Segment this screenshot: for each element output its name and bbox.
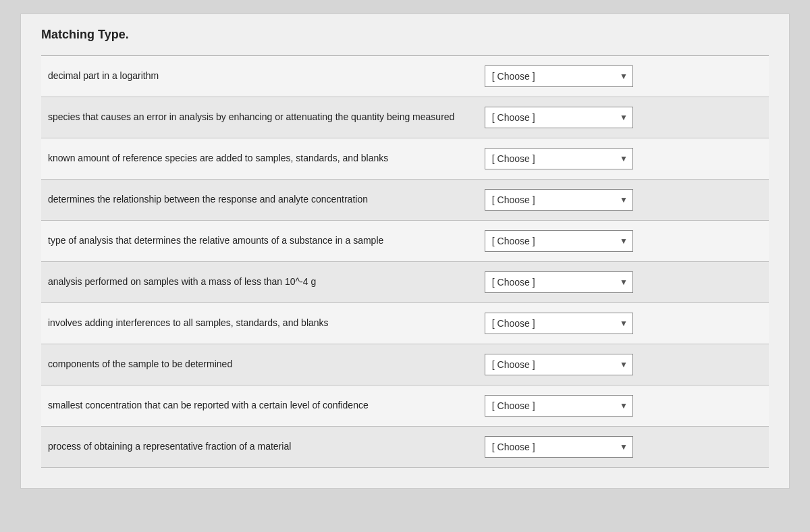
question-cell-10: process of obtaining a representative fr… [41, 427, 478, 468]
answer-cell-2: [ Choose ]▼ [478, 97, 769, 138]
question-cell-4: determines the relationship between the … [41, 180, 478, 221]
table-row: analysis performed on samples with a mas… [41, 262, 769, 303]
answer-select-6[interactable]: [ Choose ] [485, 271, 633, 293]
answer-cell-4: [ Choose ]▼ [478, 180, 769, 221]
select-wrapper-8: [ Choose ]▼ [485, 354, 633, 375]
select-wrapper-1: [ Choose ]▼ [485, 65, 633, 87]
select-wrapper-2: [ Choose ]▼ [485, 107, 633, 128]
answer-select-10[interactable]: [ Choose ] [485, 436, 633, 458]
page-container: Matching Type. decimal part in a logarit… [20, 14, 790, 489]
answer-cell-9: [ Choose ]▼ [478, 385, 769, 427]
table-row: type of analysis that determines the rel… [41, 221, 769, 262]
question-cell-7: involves adding interferences to all sam… [41, 303, 478, 344]
question-cell-8: components of the sample to be determine… [41, 344, 478, 385]
table-row: known amount of reference species are ad… [41, 138, 769, 180]
question-cell-6: analysis performed on samples with a mas… [41, 262, 478, 303]
table-row: decimal part in a logarithm[ Choose ]▼ [41, 56, 769, 97]
select-wrapper-4: [ Choose ]▼ [485, 189, 633, 211]
question-cell-1: decimal part in a logarithm [41, 56, 478, 97]
answer-cell-5: [ Choose ]▼ [478, 221, 769, 262]
answer-select-9[interactable]: [ Choose ] [485, 395, 633, 417]
answer-cell-8: [ Choose ]▼ [478, 344, 769, 385]
select-wrapper-3: [ Choose ]▼ [485, 148, 633, 169]
table-row: components of the sample to be determine… [41, 344, 769, 385]
question-cell-5: type of analysis that determines the rel… [41, 221, 478, 262]
table-row: process of obtaining a representative fr… [41, 427, 769, 468]
answer-select-2[interactable]: [ Choose ] [485, 107, 633, 128]
question-cell-3: known amount of reference species are ad… [41, 138, 478, 180]
table-row: involves adding interferences to all sam… [41, 303, 769, 344]
answer-select-8[interactable]: [ Choose ] [485, 354, 633, 375]
table-row: determines the relationship between the … [41, 180, 769, 221]
answer-select-4[interactable]: [ Choose ] [485, 189, 633, 211]
answer-cell-3: [ Choose ]▼ [478, 138, 769, 180]
question-cell-9: smallest concentration that can be repor… [41, 385, 478, 427]
answer-select-3[interactable]: [ Choose ] [485, 148, 633, 169]
answer-select-5[interactable]: [ Choose ] [485, 230, 633, 252]
question-cell-2: species that causes an error in analysis… [41, 97, 478, 138]
answer-cell-1: [ Choose ]▼ [478, 56, 769, 97]
select-wrapper-9: [ Choose ]▼ [485, 395, 633, 417]
table-row: smallest concentration that can be repor… [41, 385, 769, 427]
answer-cell-10: [ Choose ]▼ [478, 427, 769, 468]
select-wrapper-7: [ Choose ]▼ [485, 313, 633, 334]
answer-select-1[interactable]: [ Choose ] [485, 65, 633, 87]
select-wrapper-5: [ Choose ]▼ [485, 230, 633, 252]
answer-cell-7: [ Choose ]▼ [478, 303, 769, 344]
table-row: species that causes an error in analysis… [41, 97, 769, 138]
answer-select-7[interactable]: [ Choose ] [485, 313, 633, 334]
select-wrapper-6: [ Choose ]▼ [485, 271, 633, 293]
select-wrapper-10: [ Choose ]▼ [485, 436, 633, 458]
page-title: Matching Type. [41, 28, 769, 42]
matching-table: decimal part in a logarithm[ Choose ]▼sp… [41, 56, 769, 468]
answer-cell-6: [ Choose ]▼ [478, 262, 769, 303]
